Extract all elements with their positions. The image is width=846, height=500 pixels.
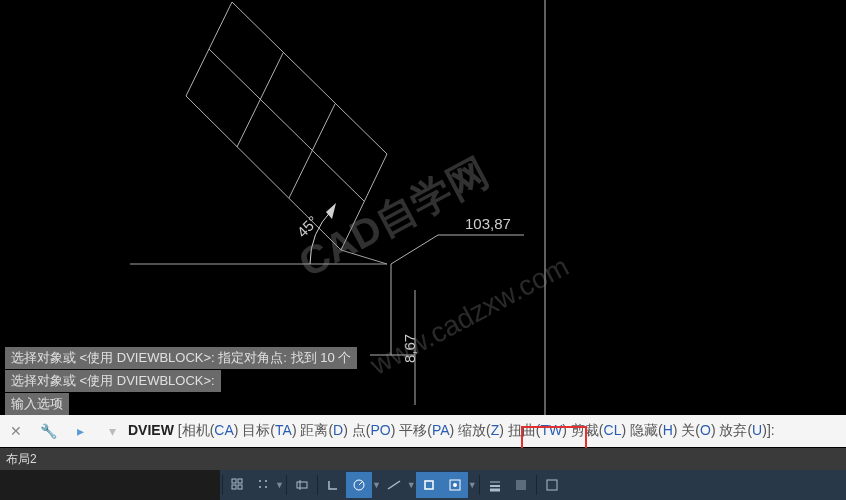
command-history: 选择对象或 <使用 DVIEWBLOCK>: 指定对角点: 找到 10 个 选择… xyxy=(5,346,357,415)
svg-line-7 xyxy=(341,250,387,264)
dropdown-icon[interactable]: ▼ xyxy=(407,480,416,490)
svg-point-18 xyxy=(259,480,261,482)
svg-point-20 xyxy=(259,486,261,488)
status-bar: ▼ ▼ ▼ ▼ xyxy=(0,470,846,500)
osnap-toggle[interactable] xyxy=(416,472,442,498)
svg-rect-33 xyxy=(516,480,526,490)
command-input-bar[interactable]: ✕ 🔧 ▸ ▾ DVIEW [相机(CA) 目标(TA) 距离(D) 点(PO)… xyxy=(0,415,846,447)
svg-line-25 xyxy=(359,481,363,485)
svg-marker-2 xyxy=(186,2,387,250)
svg-rect-15 xyxy=(238,479,242,483)
input-icon: ▾ xyxy=(102,421,122,441)
height-label: 8,67 xyxy=(401,334,418,363)
snap-toggle[interactable] xyxy=(251,472,277,498)
svg-rect-27 xyxy=(425,481,433,489)
dropdown-icon[interactable]: ▼ xyxy=(372,480,381,490)
svg-line-10 xyxy=(391,235,438,264)
layout-tab-bar: 布局2 xyxy=(0,448,846,470)
status-left-area xyxy=(0,470,220,500)
history-line: 选择对象或 <使用 DVIEWBLOCK>: 指定对角点: 找到 10 个 xyxy=(5,347,357,369)
dropdown-icon[interactable]: ▼ xyxy=(468,480,477,490)
wrench-icon[interactable]: 🔧 xyxy=(38,421,58,441)
svg-rect-14 xyxy=(232,479,236,483)
svg-point-29 xyxy=(453,483,457,487)
svg-line-3 xyxy=(209,49,364,201)
model-paper-toggle[interactable] xyxy=(539,472,565,498)
history-line: 选择对象或 <使用 DVIEWBLOCK>: xyxy=(5,370,221,392)
svg-line-5 xyxy=(289,104,335,198)
polar-toggle[interactable] xyxy=(346,472,372,498)
ortho-toggle[interactable] xyxy=(320,472,346,498)
close-icon[interactable]: ✕ xyxy=(6,421,26,441)
lineweight-toggle[interactable] xyxy=(482,472,508,498)
svg-line-4 xyxy=(237,53,283,147)
history-line: 输入选项 xyxy=(5,393,69,415)
dropdown-icon[interactable]: ▼ xyxy=(275,480,284,490)
command-prompt: DVIEW [相机(CA) 目标(TA) 距离(D) 点(PO) 平移(PA) … xyxy=(128,422,775,440)
layout-tab[interactable]: 布局2 xyxy=(6,451,37,468)
svg-rect-16 xyxy=(232,485,236,489)
grid-toggle[interactable] xyxy=(225,472,251,498)
svg-rect-17 xyxy=(238,485,242,489)
transparency-toggle[interactable] xyxy=(508,472,534,498)
svg-rect-22 xyxy=(297,482,307,488)
dimension-label: 103,87 xyxy=(465,215,511,232)
svg-line-26 xyxy=(388,481,400,489)
svg-marker-8 xyxy=(326,203,336,219)
isodraft-toggle[interactable] xyxy=(381,472,407,498)
constraint-toggle[interactable] xyxy=(289,472,315,498)
svg-rect-34 xyxy=(547,480,557,490)
svg-point-19 xyxy=(265,480,267,482)
autosnap-toggle[interactable] xyxy=(442,472,468,498)
svg-point-21 xyxy=(265,486,267,488)
chevron-icon[interactable]: ▸ xyxy=(70,421,90,441)
